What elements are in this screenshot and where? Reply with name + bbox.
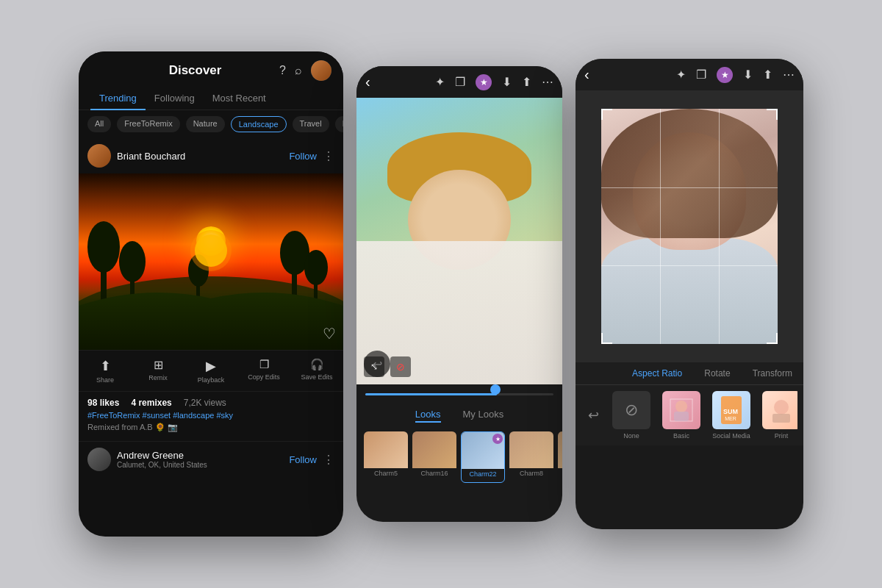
- filter-more[interactable]: L: [335, 116, 343, 132]
- playback-action[interactable]: ▶ Playback: [184, 358, 237, 384]
- aspect-print[interactable]: Print: [759, 391, 797, 440]
- post-stats: 98 likes 4 remixes 7,2K views #FreeToRem…: [79, 392, 343, 438]
- aspect-social-icon: SUM MER: [712, 391, 750, 429]
- look-charm22[interactable]: ★ Charm22: [461, 431, 505, 483]
- aspect-none-icon: ⊘: [612, 391, 650, 429]
- copy-icon[interactable]: ❐: [696, 68, 706, 82]
- crop-corner-br[interactable]: [767, 333, 778, 344]
- aspect-print-label: Print: [775, 432, 789, 440]
- more-icon[interactable]: ⋯: [783, 68, 795, 82]
- tab-following[interactable]: Following: [146, 87, 204, 110]
- undo-placeholder: [587, 368, 610, 379]
- expand-button[interactable]: ⤡: [364, 356, 384, 377]
- crop-corner-tr[interactable]: [767, 109, 778, 120]
- share-icon[interactable]: ⬆: [763, 68, 772, 82]
- looks-slider[interactable]: [365, 393, 553, 395]
- back-button[interactable]: ‹: [365, 74, 370, 90]
- crop-corner-tl[interactable]: [601, 109, 612, 120]
- like-button[interactable]: ♡: [323, 325, 336, 343]
- tab-looks[interactable]: Looks: [415, 409, 441, 423]
- no-symbol: ⊘: [625, 401, 638, 420]
- wand-icon[interactable]: ✦: [676, 68, 686, 82]
- more-icon[interactable]: ⋯: [542, 75, 553, 89]
- tab-my-looks[interactable]: My Looks: [463, 409, 504, 423]
- crop-header: ‹ ✦ ❐ ★ ⬇ ⬆ ⋯: [576, 59, 803, 90]
- download-icon[interactable]: ⬇: [502, 75, 512, 89]
- save-edits-label: Save Edits: [301, 373, 332, 381]
- crop-header-icons: ✦ ❐ ★ ⬇ ⬆ ⋯: [676, 67, 795, 83]
- hashtags[interactable]: #FreeToRemix #sunset #landscape #sky: [87, 411, 334, 420]
- header-icons: ? ⌕: [279, 60, 331, 81]
- remixed-from: Remixed from A.B 🌻 📷: [87, 423, 334, 432]
- copy-edits-icon: ❐: [259, 358, 269, 371]
- svg-point-14: [675, 401, 687, 412]
- grid-line-v1: [660, 109, 661, 344]
- user2-location: Calumet, OK, United States: [117, 461, 289, 469]
- disable-button[interactable]: ⊘: [390, 356, 411, 377]
- filter-all[interactable]: All: [87, 116, 111, 132]
- back-button[interactable]: ‹: [584, 66, 589, 83]
- filter-bar: All FreeToRemix Nature Landscape Travel …: [79, 110, 343, 138]
- phone-crop: ‹ ✦ ❐ ★ ⬇ ⬆ ⋯: [576, 59, 803, 529]
- aspect-print-icon: [762, 391, 797, 429]
- wand-icon[interactable]: ✦: [435, 75, 445, 89]
- look-charm16[interactable]: Charm16: [412, 431, 456, 483]
- crop-corner-bl[interactable]: [601, 333, 612, 344]
- charm5-label: Charm5: [364, 468, 408, 477]
- user1-follow-button[interactable]: Follow: [289, 151, 317, 162]
- avatar[interactable]: [311, 60, 331, 81]
- user1-avatar[interactable]: [87, 144, 111, 168]
- share-icon[interactable]: ⬆: [522, 75, 531, 89]
- phone-discover: Discover ? ⌕ Trending Following Most Rec…: [79, 51, 343, 537]
- print-thumbnail-svg: [767, 395, 796, 425]
- filter-landscape[interactable]: Landscape: [231, 116, 287, 132]
- gradient-overlay: [79, 291, 343, 350]
- phone-looks-editor: ‹ ✦ ❐ ★ ⬇ ⬆ ⋯ ↩ ⤡ ⊘: [356, 66, 562, 522]
- svg-text:MER: MER: [725, 416, 736, 421]
- share-action[interactable]: ⬆ Share: [79, 358, 132, 384]
- copy-edits-action[interactable]: ❐ Copy Edits: [237, 358, 290, 384]
- svg-point-2: [87, 221, 120, 273]
- download-icon[interactable]: ⬇: [743, 68, 753, 82]
- copy-icon[interactable]: ❐: [455, 75, 465, 89]
- look-charm8[interactable]: Charm8: [509, 431, 553, 483]
- discover-title: Discover: [111, 63, 279, 78]
- remix-label: Remix: [148, 374, 168, 381]
- premium-badge: ★: [492, 434, 503, 444]
- filter-travel[interactable]: Travel: [293, 116, 329, 132]
- tab-transform[interactable]: Transform: [753, 368, 792, 379]
- svg-point-8: [304, 250, 328, 285]
- tab-most-recent[interactable]: Most Recent: [204, 87, 275, 110]
- question-icon[interactable]: ?: [279, 64, 286, 77]
- user2-more-icon[interactable]: ⋮: [323, 453, 334, 467]
- more-options-icon[interactable]: ⋮: [323, 149, 334, 163]
- aspect-basic[interactable]: Basic: [659, 391, 703, 440]
- look-charm-extra[interactable]: Charm: [558, 431, 562, 483]
- search-icon[interactable]: ⌕: [295, 64, 302, 77]
- looks-tabs: Looks My Looks: [356, 404, 562, 427]
- user2-avatar[interactable]: [87, 448, 111, 471]
- premium-star-icon: ★: [717, 67, 733, 83]
- remix-action[interactable]: ⊞ Remix: [132, 358, 184, 384]
- undo-button[interactable]: ↩: [581, 404, 605, 427]
- filter-freetoremix[interactable]: FreeToRemix: [117, 116, 179, 132]
- share-icon: ⬆: [100, 358, 111, 374]
- crop-image[interactable]: [601, 109, 778, 344]
- slider-thumb[interactable]: [490, 384, 501, 395]
- save-edits-action[interactable]: 🎧 Save Edits: [290, 358, 343, 384]
- tab-rotate[interactable]: Rotate: [704, 368, 730, 379]
- user2-follow-button[interactable]: Follow: [289, 454, 317, 465]
- svg-rect-15: [674, 412, 689, 421]
- landscape-photo: ♡: [79, 173, 343, 350]
- tab-aspect-ratio[interactable]: Aspect Ratio: [632, 368, 682, 379]
- playback-icon: ▶: [206, 358, 216, 374]
- aspect-none[interactable]: ⊘ None: [609, 391, 653, 440]
- aspect-social-media[interactable]: SUM MER Social Media: [709, 391, 753, 440]
- filter-nature[interactable]: Nature: [186, 116, 225, 132]
- crop-mode-tabs: Aspect Ratio Rotate Transform: [576, 362, 803, 385]
- crop-area: [576, 90, 803, 362]
- look-charm5[interactable]: Charm5: [364, 431, 408, 483]
- tab-trending[interactable]: Trending: [90, 87, 146, 110]
- charm8-label: Charm8: [509, 468, 553, 477]
- grid-line-v2: [719, 109, 720, 344]
